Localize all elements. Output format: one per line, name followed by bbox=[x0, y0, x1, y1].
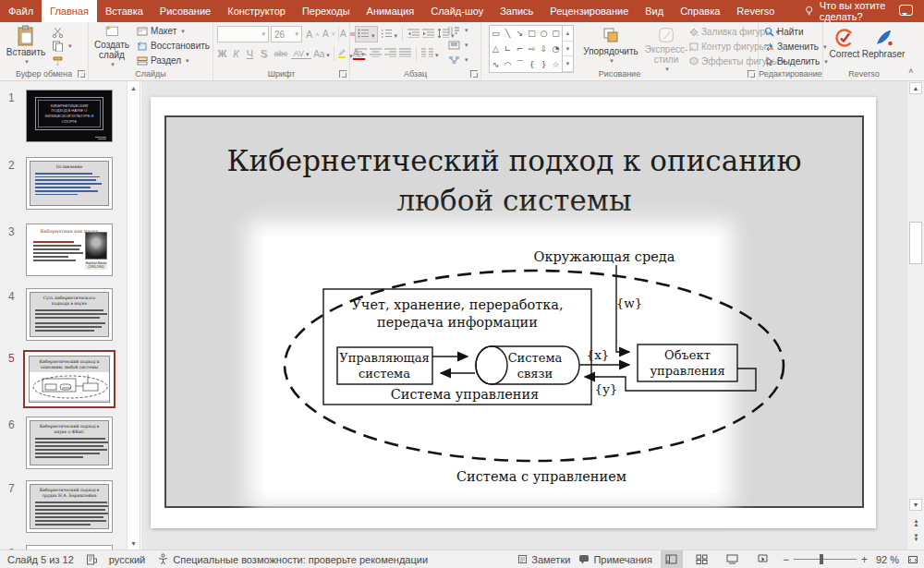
shape-arrow-down[interactable]: ⇩ bbox=[538, 42, 550, 57]
drawing-dialog-launcher[interactable] bbox=[748, 70, 755, 78]
shapes-scroll-down[interactable]: ▼ bbox=[563, 42, 573, 57]
shape-elbow-arrow-connector[interactable]: ⌐ bbox=[514, 42, 526, 57]
align-center-button[interactable] bbox=[370, 48, 382, 59]
bold-button[interactable]: Ж bbox=[215, 48, 229, 59]
tab-view[interactable]: Вид bbox=[637, 0, 672, 22]
new-slide-button[interactable]: Создать слайд bbox=[91, 22, 133, 68]
notes-toggle-button[interactable]: Заметки bbox=[517, 554, 570, 565]
thumb-scroll-up-arrow[interactable]: ▲ bbox=[128, 82, 139, 93]
scrollbar-thumb[interactable] bbox=[909, 222, 922, 264]
layout-button[interactable]: Макет bbox=[137, 26, 185, 36]
zoom-slider-track[interactable] bbox=[794, 559, 857, 560]
normal-view-button[interactable] bbox=[661, 550, 683, 568]
slide-thumbnail-6[interactable]: Кибернетический подход в науке о ФКиС bbox=[26, 417, 113, 469]
shape-arrow[interactable]: ↘ bbox=[514, 26, 526, 42]
section-button[interactable]: Раздел bbox=[137, 55, 189, 66]
decrease-indent-button[interactable] bbox=[407, 29, 419, 40]
paragraph-dialog-launcher[interactable] bbox=[470, 70, 478, 78]
slide-thumbnail-1[interactable]: КИБЕРНЕТИЧЕСКИЙ ПОДХОД В НАУКЕ О ФИЗИЧЕС… bbox=[26, 90, 113, 142]
font-dialog-launcher[interactable] bbox=[339, 70, 346, 78]
increase-indent-button[interactable] bbox=[422, 29, 434, 40]
slide-thumbnail-5-selected[interactable]: Кибернетический подход к описанию любой … bbox=[23, 350, 116, 408]
align-right-button[interactable] bbox=[384, 48, 396, 59]
font-size-combobox[interactable]: 26▾ bbox=[271, 26, 302, 42]
scroll-down-arrow[interactable]: ▼ bbox=[909, 499, 922, 511]
tab-animations[interactable]: Анимация bbox=[359, 0, 423, 22]
slide-thumbnail-3[interactable]: Кибернетика как наука Норберт Винер(1894… bbox=[26, 224, 113, 276]
reset-button[interactable]: Восстановить bbox=[137, 41, 210, 51]
thumb-scroll-down-arrow[interactable]: ▼ bbox=[128, 538, 139, 549]
comments-toggle-button[interactable]: Примечания bbox=[578, 554, 652, 565]
shape-arrow-right[interactable]: ⇨ bbox=[526, 42, 538, 57]
tab-slideshow[interactable]: Слайд-шоу bbox=[422, 0, 492, 22]
tab-transitions[interactable]: Переходы bbox=[294, 0, 359, 22]
slide-counter[interactable]: Слайд 5 из 12 bbox=[7, 554, 74, 565]
font-name-combobox[interactable]: ▾ bbox=[217, 26, 269, 42]
shape-elbow-connector[interactable]: ∟ bbox=[502, 42, 514, 57]
zoom-out-button[interactable] bbox=[783, 553, 789, 566]
slide-sorter-view-button[interactable] bbox=[691, 550, 713, 568]
previous-slide-button[interactable]: ▲▲ bbox=[910, 517, 922, 529]
shape-line[interactable]: ╲ bbox=[502, 26, 514, 42]
tab-record[interactable]: Запись bbox=[492, 0, 541, 22]
feedback-icon[interactable] bbox=[899, 5, 913, 16]
shape-oval[interactable]: ○ bbox=[538, 26, 550, 42]
thumbnail-scrollbar[interactable]: ▲ ▼ bbox=[127, 81, 140, 550]
tab-reverso[interactable]: Reverso bbox=[728, 0, 783, 22]
text-shadow-button[interactable]: S bbox=[257, 48, 271, 59]
replace-button[interactable]: Заменить bbox=[764, 42, 826, 52]
zoom-percentage[interactable]: 92 % bbox=[876, 554, 899, 565]
select-button[interactable]: Выделить bbox=[764, 56, 828, 66]
bullets-button[interactable] bbox=[355, 26, 378, 42]
slide-thumbnail-2[interactable]: Оглавление bbox=[26, 157, 113, 210]
clipboard-dialog-launcher[interactable] bbox=[78, 70, 85, 78]
reverso-correct-button[interactable]: Correct bbox=[825, 24, 864, 70]
tab-home[interactable]: Главная bbox=[42, 0, 97, 22]
shape-rectangle[interactable]: □ bbox=[526, 26, 538, 42]
reading-view-button[interactable] bbox=[722, 550, 744, 568]
italic-button[interactable]: К bbox=[229, 48, 243, 59]
cut-button[interactable] bbox=[52, 27, 64, 38]
tab-draw[interactable]: Рисование bbox=[152, 0, 219, 22]
convert-smartart-button[interactable] bbox=[448, 55, 468, 65]
shapes-gallery[interactable]: ▭ ╲ ↘ □ ○ ▢ △ ∟ ⌐ ⇨ ⇩ ◔ ∿ ◠ ⌒ { } ☆ ▲ bbox=[489, 25, 574, 73]
next-slide-button[interactable]: ▼▼ bbox=[910, 532, 922, 544]
arrange-button[interactable]: Упорядочить bbox=[578, 23, 644, 69]
underline-button[interactable]: Ч bbox=[243, 48, 257, 59]
scroll-up-arrow[interactable]: ▲ bbox=[909, 82, 922, 94]
main-vertical-scrollbar[interactable]: ▲ ▼ ▲▲ ▼▼ bbox=[906, 81, 924, 550]
accessibility-checker[interactable]: Специальные возможности: проверьте реком… bbox=[157, 553, 428, 565]
paste-button[interactable]: Вставить bbox=[6, 22, 46, 68]
grow-font-button[interactable]: A˄ bbox=[306, 29, 319, 40]
shape-rounded-rectangle[interactable]: ▢ bbox=[550, 26, 562, 42]
quick-styles-button[interactable]: Экспресс-стили bbox=[646, 23, 687, 73]
shape-textbox[interactable]: ▭ bbox=[490, 26, 502, 42]
slideshow-view-button[interactable] bbox=[752, 550, 774, 568]
slide-editing-canvas[interactable]: Кибернетический подход к описанию любой … bbox=[141, 81, 906, 550]
character-spacing-button[interactable]: AV bbox=[291, 49, 311, 59]
cybernetics-diagram[interactable]: Окружающая среда {w} Учет, хранение, пер… bbox=[259, 235, 795, 491]
collapse-ribbon-button[interactable]: ˄ bbox=[906, 66, 917, 76]
fit-to-window-icon[interactable] bbox=[907, 554, 918, 565]
strikethrough-button[interactable]: abc bbox=[271, 49, 291, 58]
current-slide[interactable]: Кибернетический подход к описанию любой … bbox=[151, 97, 876, 528]
find-button[interactable]: Найти bbox=[764, 27, 804, 37]
tab-review[interactable]: Рецензирование bbox=[541, 0, 637, 22]
slide-title-textbox[interactable]: Кибернетический подход к описанию любой … bbox=[166, 141, 862, 221]
zoom-in-button[interactable] bbox=[861, 553, 868, 566]
text-direction-button[interactable] bbox=[448, 26, 468, 35]
shrink-font-button[interactable]: A˅ bbox=[322, 29, 335, 39]
zoom-slider-thumb[interactable] bbox=[820, 554, 823, 564]
shapes-scroll-up[interactable]: ▲ bbox=[563, 26, 573, 42]
columns-button[interactable] bbox=[421, 48, 439, 59]
tab-insert[interactable]: Вставка bbox=[97, 0, 152, 22]
numbering-button[interactable] bbox=[381, 29, 398, 40]
shape-triangle[interactable]: △ bbox=[490, 42, 502, 57]
align-left-button[interactable] bbox=[355, 48, 367, 59]
format-painter-button[interactable] bbox=[52, 55, 64, 66]
change-case-button[interactable]: Aa bbox=[311, 49, 332, 59]
reverso-rephraser-button[interactable]: Rephraser bbox=[864, 24, 903, 70]
tab-design[interactable]: Конструктор bbox=[219, 0, 294, 22]
align-text-button[interactable] bbox=[448, 41, 468, 50]
tab-file[interactable]: Файл bbox=[0, 0, 42, 22]
